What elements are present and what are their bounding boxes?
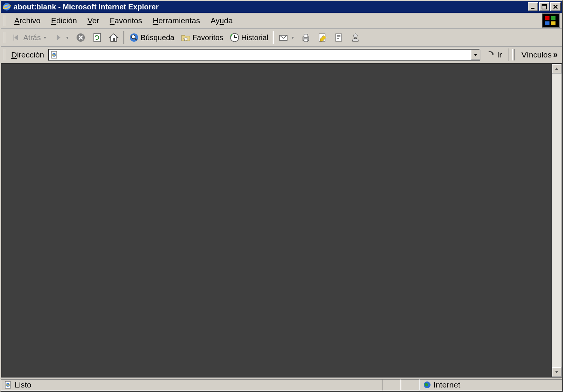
favorites-label: Favoritos — [193, 33, 223, 42]
status-ready-pane: Listo — [1, 379, 382, 390]
page-viewport[interactable] — [2, 64, 552, 377]
mail-icon — [278, 32, 289, 43]
svg-rect-10 — [94, 33, 101, 42]
window-controls — [528, 2, 561, 11]
go-arrow-icon — [486, 50, 495, 59]
back-button[interactable]: Atrás ▼ — [9, 31, 49, 44]
toolbar-grip-3[interactable] — [3, 49, 5, 60]
address-combo[interactable] — [48, 49, 480, 61]
svg-point-13 — [131, 35, 135, 39]
links-button[interactable]: Vínculos » — [519, 50, 560, 60]
messenger-button[interactable] — [348, 31, 363, 44]
favorites-folder-icon — [181, 32, 191, 43]
globe-icon — [423, 381, 431, 389]
toolbar: Atrás ▼ ▼ Búsqueda Favoritos Historial ▼ — [1, 29, 562, 47]
vertical-scrollbar[interactable] — [552, 64, 561, 377]
svg-rect-11 — [113, 38, 115, 41]
forward-button[interactable]: ▼ — [51, 31, 72, 44]
titlebar: about:blank - Microsoft Internet Explore… — [1, 1, 562, 13]
back-arrow-icon — [11, 32, 22, 43]
menu-herramientas[interactable]: Herramientas — [150, 15, 203, 27]
window-title: about:blank - Microsoft Internet Explore… — [14, 3, 528, 11]
discuss-icon — [334, 32, 344, 43]
svg-rect-7 — [545, 21, 549, 25]
status-pane-spacer-1 — [382, 379, 401, 390]
stop-icon — [75, 32, 86, 43]
favorites-button[interactable]: Favoritos — [178, 31, 226, 44]
mail-button[interactable]: ▼ — [276, 31, 297, 44]
menu-archivo[interactable]: Archivo — [11, 15, 44, 27]
scroll-track[interactable] — [552, 74, 561, 367]
statusbar: Listo Internet — [1, 378, 562, 391]
svg-rect-8 — [551, 21, 555, 25]
chevron-right-icon: » — [553, 50, 558, 60]
search-icon — [129, 32, 139, 43]
messenger-icon — [350, 32, 361, 43]
throbber-icon — [542, 14, 560, 28]
history-button[interactable]: Historial — [227, 31, 271, 44]
chevron-down-icon: ▼ — [66, 36, 69, 40]
chevron-down-icon: ▼ — [291, 36, 295, 40]
svg-point-21 — [354, 34, 357, 38]
close-button[interactable] — [550, 2, 561, 11]
status-text: Listo — [15, 380, 31, 389]
menu-favoritos[interactable]: Favoritos — [107, 15, 145, 27]
refresh-icon — [92, 32, 102, 43]
status-pane-spacer-2 — [401, 379, 420, 390]
stop-button[interactable] — [73, 31, 88, 44]
menubar: Archivo Edición Ver Favoritos Herramient… — [1, 13, 562, 29]
svg-rect-4 — [542, 5, 546, 6]
ie-app-icon — [2, 2, 11, 11]
home-button[interactable] — [106, 31, 121, 44]
go-button[interactable]: Ir — [483, 50, 506, 59]
scroll-up-button[interactable] — [552, 64, 561, 74]
maximize-button[interactable] — [539, 2, 549, 11]
svg-rect-2 — [531, 8, 534, 9]
refresh-button[interactable] — [90, 31, 105, 44]
scroll-down-button[interactable] — [552, 367, 561, 377]
history-icon — [229, 32, 240, 43]
page-icon — [4, 381, 12, 389]
address-dropdown-button[interactable] — [471, 50, 480, 60]
zone-text: Internet — [434, 380, 460, 389]
toolbar-separator — [273, 31, 274, 44]
print-icon — [301, 32, 311, 43]
go-label: Ir — [497, 50, 502, 59]
page-icon — [50, 51, 59, 59]
toolbar-grip-2[interactable] — [3, 32, 5, 43]
forward-arrow-icon — [53, 32, 63, 43]
svg-rect-17 — [304, 34, 308, 37]
print-button[interactable] — [298, 31, 313, 44]
search-label: Búsqueda — [141, 33, 175, 42]
address-input[interactable] — [60, 51, 478, 59]
discuss-button[interactable] — [331, 31, 346, 44]
toolbar-grip[interactable] — [3, 15, 5, 26]
menu-edicion[interactable]: Edición — [48, 15, 80, 27]
links-label: Vínculos — [521, 50, 552, 59]
chevron-down-icon: ▼ — [43, 36, 47, 40]
edit-button[interactable] — [315, 31, 330, 44]
history-label: Historial — [241, 33, 268, 42]
svg-rect-5 — [545, 16, 549, 20]
edit-icon — [317, 32, 328, 43]
toolbar-grip-4[interactable] — [512, 49, 515, 60]
menu-ayuda[interactable]: Ayuda — [208, 15, 236, 27]
security-zone-pane: Internet — [420, 379, 562, 390]
toolbar-separator — [509, 48, 509, 61]
back-label: Atrás — [23, 33, 41, 42]
minimize-button[interactable] — [528, 2, 538, 11]
address-label: Dirección — [10, 50, 46, 59]
svg-rect-20 — [336, 34, 342, 41]
addressbar: Dirección Ir Vínculos » — [1, 47, 562, 63]
content-area — [1, 63, 562, 378]
toolbar-separator — [123, 31, 124, 44]
menu-ver[interactable]: Ver — [84, 15, 102, 27]
svg-rect-6 — [551, 16, 555, 20]
svg-rect-18 — [304, 39, 308, 42]
search-button[interactable]: Búsqueda — [126, 31, 177, 44]
home-icon — [108, 32, 119, 43]
